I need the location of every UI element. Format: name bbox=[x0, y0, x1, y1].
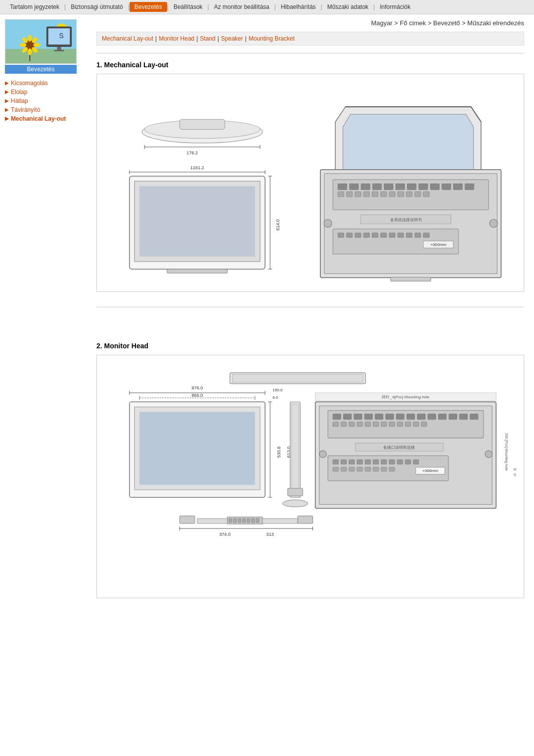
svg-text:313: 313 bbox=[267, 532, 274, 537]
svg-rect-88 bbox=[391, 277, 431, 281]
svg-text:1161.2: 1161.2 bbox=[190, 165, 204, 170]
svg-rect-169 bbox=[373, 468, 378, 472]
svg-point-7 bbox=[20, 43, 27, 47]
svg-rect-186 bbox=[256, 519, 259, 522]
nav-item-az-monitor[interactable]: Az monitor beállítása bbox=[209, 2, 274, 12]
svg-rect-59 bbox=[453, 184, 462, 189]
svg-rect-94 bbox=[232, 375, 363, 382]
svg-point-8 bbox=[33, 43, 40, 47]
svg-rect-185 bbox=[252, 519, 255, 522]
svg-rect-177 bbox=[179, 516, 194, 523]
svg-rect-38 bbox=[139, 186, 255, 256]
svg-rect-64 bbox=[363, 191, 369, 196]
svg-text:排针_4[Pcs] Mounting hole: 排针_4[Pcs] Mounting hole bbox=[382, 395, 430, 399]
sub-nav-sep-1: | bbox=[155, 35, 157, 42]
svg-text:374.0: 374.0 bbox=[219, 532, 230, 537]
svg-rect-20 bbox=[179, 119, 224, 129]
svg-rect-155 bbox=[349, 460, 355, 464]
nav-item-biztonsagi[interactable]: Biztonsági útmutató bbox=[66, 2, 128, 12]
svg-rect-145 bbox=[389, 422, 395, 426]
svg-rect-107 bbox=[139, 412, 255, 485]
nav-item-tartalom[interactable]: Tartalom jegyzetek bbox=[5, 2, 64, 12]
sidebar-nav-mechanical[interactable]: ▶ Mechanical Lay-out bbox=[5, 114, 82, 123]
svg-rect-129 bbox=[386, 414, 394, 420]
svg-rect-161 bbox=[397, 460, 402, 464]
svg-rect-142 bbox=[365, 422, 370, 426]
svg-rect-187 bbox=[298, 516, 312, 523]
svg-rect-132 bbox=[417, 414, 425, 420]
svg-rect-143 bbox=[373, 422, 378, 426]
svg-rect-157 bbox=[365, 460, 370, 464]
svg-rect-159 bbox=[381, 460, 387, 464]
svg-rect-168 bbox=[365, 468, 370, 472]
svg-rect-51 bbox=[361, 184, 370, 189]
sub-nav-stand[interactable]: Stand bbox=[200, 35, 215, 42]
sub-nav-mounting[interactable]: Mounting Bracket bbox=[249, 35, 295, 42]
svg-rect-1 bbox=[5, 49, 76, 64]
svg-rect-56 bbox=[419, 184, 428, 189]
svg-rect-85 bbox=[423, 233, 429, 237]
sub-nav-sep-4: | bbox=[245, 35, 247, 42]
svg-rect-15 bbox=[57, 47, 61, 50]
nav-item-hibaelharitas[interactable]: Hibaelhárítás bbox=[276, 2, 321, 12]
svg-point-6 bbox=[28, 48, 32, 55]
svg-rect-153 bbox=[333, 460, 338, 464]
svg-rect-147 bbox=[405, 422, 410, 426]
sidebar-nav-kicsomagolas[interactable]: ▶ Kicsomagolás bbox=[5, 79, 82, 88]
diagram-box-1: 176.2 bbox=[96, 74, 524, 292]
svg-rect-76 bbox=[347, 233, 353, 237]
sub-nav-sep-3: | bbox=[218, 35, 219, 42]
svg-rect-83 bbox=[406, 233, 412, 237]
svg-rect-160 bbox=[389, 460, 395, 464]
svg-rect-39 bbox=[167, 269, 227, 273]
nav-item-beallitasok[interactable]: Beállítások bbox=[169, 2, 208, 12]
svg-rect-80 bbox=[381, 233, 387, 237]
svg-rect-135 bbox=[449, 414, 457, 420]
monitor-head-diagram: 976.0 866.0 150.0 6.0 bbox=[104, 363, 516, 589]
sidebar-nav-taviranyito[interactable]: ▶ Távirányító bbox=[5, 105, 82, 114]
sub-nav-mechanical[interactable]: Mechanical Lay-out bbox=[102, 35, 153, 42]
sidebar-nav-label-kicsomagolas: Kicsomagolás bbox=[11, 80, 48, 87]
svg-point-46 bbox=[324, 219, 332, 227]
nav-item-informaciok[interactable]: Információk bbox=[375, 2, 415, 12]
sub-navigation: Mechanical Lay-out | Monitor Head | Stan… bbox=[96, 32, 524, 46]
section-heading-1: 1. Mechanical Lay-out bbox=[96, 61, 524, 69]
svg-rect-131 bbox=[407, 414, 415, 420]
svg-rect-171 bbox=[389, 468, 395, 472]
svg-text:各系统连接说明书: 各系统连接说明书 bbox=[390, 218, 422, 222]
svg-rect-125 bbox=[344, 414, 352, 420]
nav-item-bevezetes[interactable]: Bevezetés bbox=[130, 2, 167, 12]
svg-rect-156 bbox=[357, 460, 362, 464]
svg-rect-57 bbox=[430, 184, 439, 189]
svg-rect-181 bbox=[233, 519, 236, 522]
svg-point-5 bbox=[28, 35, 32, 42]
svg-rect-67 bbox=[389, 191, 395, 196]
svg-rect-55 bbox=[407, 184, 416, 189]
navigation-bar: Tartalom jegyzetek | Biztonsági útmutató… bbox=[0, 0, 534, 14]
sub-nav-monitor-head[interactable]: Monitor Head bbox=[159, 35, 194, 42]
sub-nav-speaker[interactable]: Speaker bbox=[221, 35, 243, 42]
svg-text:各接口说明和连接: 各接口说明和连接 bbox=[383, 445, 415, 450]
svg-text:200.[Pcs].Mounting hole: 200.[Pcs].Mounting hole bbox=[504, 433, 508, 471]
svg-rect-126 bbox=[354, 414, 362, 420]
svg-rect-77 bbox=[355, 233, 361, 237]
svg-rect-144 bbox=[381, 422, 387, 426]
sidebar-nav-label-mechanical: Mechanical Lay-out bbox=[11, 115, 66, 122]
sub-nav-sep-2: | bbox=[196, 35, 198, 42]
svg-rect-60 bbox=[465, 184, 474, 189]
svg-rect-149 bbox=[421, 422, 427, 426]
svg-rect-165 bbox=[341, 468, 346, 472]
breadcrumb: Magyar > Fő cimek > Bevezető > Műszaki e… bbox=[96, 19, 524, 27]
arrow-icon-5: ▶ bbox=[5, 116, 9, 121]
svg-rect-184 bbox=[247, 519, 250, 522]
sidebar: S Bevezetés ▶ Kicsomagolás ▶ Elolap ▶ Há… bbox=[0, 19, 87, 613]
svg-rect-154 bbox=[341, 460, 346, 464]
svg-point-122 bbox=[485, 451, 492, 458]
nav-item-muszaki[interactable]: Műszaki adatok bbox=[322, 2, 373, 12]
svg-rect-69 bbox=[406, 191, 412, 196]
svg-text:S: S bbox=[59, 32, 63, 40]
sidebar-nav-hatlap[interactable]: ▶ Hátlap bbox=[5, 96, 82, 105]
svg-rect-158 bbox=[373, 460, 378, 464]
sidebar-nav-elolap[interactable]: ▶ Elolap bbox=[5, 88, 82, 96]
svg-rect-140 bbox=[349, 422, 355, 426]
